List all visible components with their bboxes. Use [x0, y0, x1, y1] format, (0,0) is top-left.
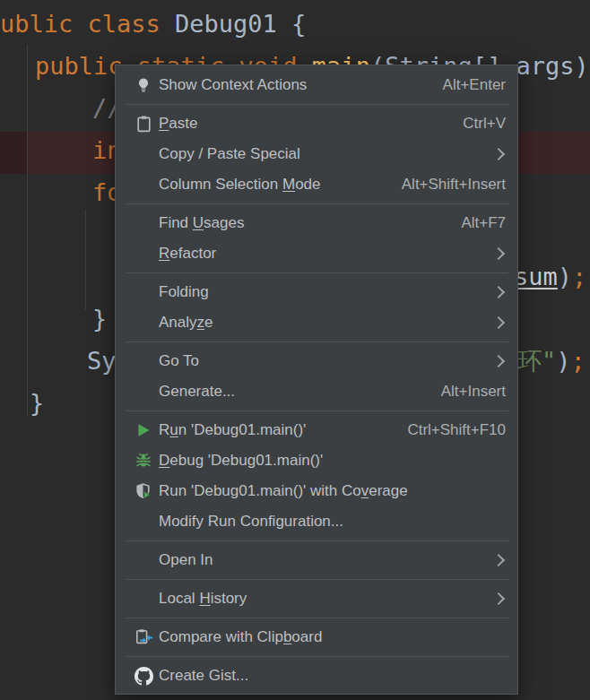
menu-item-run-debug01-main[interactable]: Run 'Debug01.main()'Ctrl+Shift+F10 — [116, 415, 517, 445]
menu-item-shortcut: Alt+Insert — [441, 383, 506, 401]
menu-separator — [126, 579, 508, 580]
icon-spacer — [130, 281, 157, 303]
menu-separator — [126, 656, 508, 657]
menu-item-label: Folding — [157, 283, 494, 301]
submenu-arrow-icon — [492, 355, 505, 367]
menu-separator — [126, 618, 508, 618]
menu-item-label: Open In — [157, 551, 494, 569]
code-token: ; — [572, 263, 586, 290]
lightbulb-icon — [130, 74, 157, 96]
icon-spacer — [130, 588, 157, 609]
menu-item-label: Go To — [157, 352, 494, 370]
menu-item-shortcut: Alt+F7 — [461, 214, 506, 232]
code-token: sum — [514, 263, 558, 290]
icon-spacer — [130, 212, 157, 234]
menu-item-label: Create Gist... — [157, 667, 517, 685]
icon-spacer — [130, 511, 157, 532]
menu-item-shortcut: Ctrl+Shift+F10 — [407, 421, 506, 439]
code-token: Sy — [87, 347, 117, 375]
code-token: ublic class — [0, 10, 175, 38]
code-token: ) — [556, 347, 570, 375]
code-line: ublic class Debug01 { — [0, 9, 306, 39]
submenu-arrow-icon — [492, 148, 505, 160]
github-icon — [130, 665, 157, 687]
breakpoint-gutter-shade — [0, 132, 27, 174]
menu-item-label: Show Context Actions — [157, 76, 443, 94]
menu-item-show-context-actions[interactable]: Show Context ActionsAlt+Enter — [116, 70, 517, 100]
menu-item-label: Generate... — [157, 383, 441, 401]
menu-item-go-to[interactable]: Go To — [116, 346, 517, 376]
menu-item-shortcut: Alt+Shift+Insert — [402, 176, 506, 194]
paste-clipboard-icon — [130, 113, 157, 134]
code-line: 环"); — [517, 346, 586, 376]
menu-separator — [126, 203, 508, 204]
icon-spacer — [130, 312, 157, 333]
indent-guide — [27, 45, 28, 417]
run-icon — [130, 419, 157, 441]
submenu-arrow-icon — [492, 554, 505, 566]
code-line: Sy — [87, 346, 117, 376]
code-token: } — [92, 305, 107, 333]
submenu-arrow-icon — [492, 286, 505, 298]
code-token: 环" — [517, 347, 556, 375]
editor-context-menu: Show Context ActionsAlt+EnterPasteCtrl+V… — [115, 65, 518, 695]
menu-item-label: Run 'Debug01.main()' with Coverage — [157, 482, 517, 500]
menu-item-shortcut: Ctrl+V — [463, 115, 506, 133]
menu-item-label: Modify Run Configuration... — [157, 513, 517, 531]
submenu-arrow-icon — [492, 592, 505, 605]
menu-item-label: Refactor — [157, 245, 494, 263]
menu-item-label: Debug 'Debug01.main()' — [157, 452, 517, 470]
icon-spacer — [130, 350, 157, 372]
menu-item-modify-run-configuration[interactable]: Modify Run Configuration... — [116, 506, 517, 537]
code-token: ; — [571, 347, 586, 375]
menu-item-run-debug01-main-with-coverage[interactable]: Run 'Debug01.main()' with Coverage — [116, 476, 517, 506]
menu-item-find-usages[interactable]: Find UsagesAlt+F7 — [116, 208, 517, 238]
menu-item-label: Paste — [157, 115, 463, 133]
code-line: } — [30, 388, 44, 419]
menu-item-open-in[interactable]: Open In — [116, 545, 517, 575]
coverage-shield-icon — [130, 480, 157, 502]
submenu-arrow-icon — [492, 247, 505, 260]
icon-spacer — [130, 174, 157, 195]
menu-separator — [126, 341, 508, 342]
icon-spacer — [130, 381, 157, 402]
code-line: } — [92, 304, 107, 334]
submenu-arrow-icon — [492, 316, 505, 329]
menu-separator — [126, 104, 508, 105]
menu-item-shortcut: Alt+Enter — [443, 76, 506, 94]
menu-item-label: Local History — [157, 590, 494, 608]
menu-item-folding[interactable]: Folding — [116, 277, 517, 307]
menu-item-copy-paste-special[interactable]: Copy / Paste Special — [116, 139, 517, 169]
menu-item-generate[interactable]: Generate...Alt+Insert — [116, 376, 517, 407]
code-token: Debug01 { — [175, 10, 306, 38]
menu-item-label: Analyze — [157, 314, 494, 332]
menu-item-label: Column Selection Mode — [157, 176, 402, 194]
menu-item-label: Copy / Paste Special — [157, 145, 494, 163]
menu-item-refactor[interactable]: Refactor — [116, 238, 517, 269]
icon-spacer — [130, 549, 157, 571]
menu-item-debug-debug01-main[interactable]: Debug 'Debug01.main()' — [116, 445, 517, 476]
icon-spacer — [130, 143, 157, 165]
icon-spacer — [130, 243, 157, 264]
indent-guide — [85, 210, 86, 310]
menu-separator — [126, 410, 508, 411]
code-token: } — [30, 389, 44, 417]
menu-item-label: Run 'Debug01.main()' — [157, 421, 407, 439]
code-line: sum); — [514, 262, 586, 292]
menu-item-column-selection-mode[interactable]: Column Selection ModeAlt+Shift+Insert — [116, 169, 517, 200]
debug-bug-icon — [130, 450, 157, 471]
menu-item-local-history[interactable]: Local History — [116, 583, 517, 614]
menu-separator — [126, 540, 508, 541]
menu-item-label: Compare with Clipboard — [157, 628, 517, 646]
menu-item-paste[interactable]: PasteCtrl+V — [116, 108, 517, 139]
menu-item-label: Find Usages — [157, 214, 461, 232]
menu-item-compare-with-clipboard[interactable]: Compare with Clipboard — [116, 622, 517, 652]
menu-item-create-gist[interactable]: Create Gist... — [116, 661, 517, 691]
code-token: ) — [558, 263, 572, 290]
menu-item-analyze[interactable]: Analyze — [116, 307, 517, 338]
menu-separator — [126, 272, 508, 273]
compare-clipboard-icon — [130, 627, 157, 648]
